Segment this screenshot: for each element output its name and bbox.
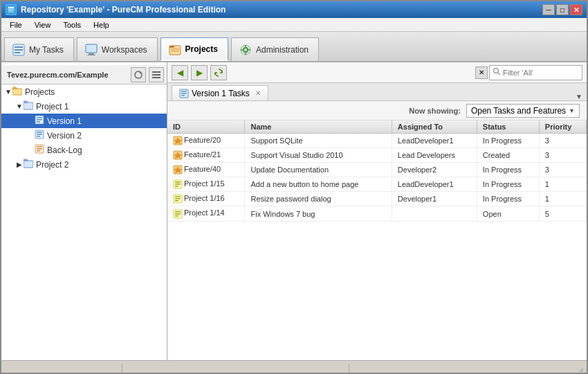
tree-node-version1[interactable]: Version 1 — [1, 114, 167, 128]
cell-id: Project 1/16 — [167, 192, 245, 206]
cell-priority: 1 — [539, 177, 586, 192]
svg-rect-38 — [37, 150, 40, 152]
node-label-version1: Version 1 — [47, 116, 82, 126]
svg-line-41 — [498, 73, 500, 75]
col-assigned[interactable]: Assigned To — [392, 121, 477, 134]
table-row[interactable]: Project 1/15Add a new button to home pag… — [167, 177, 587, 192]
cell-id: Feature/20 — [167, 134, 245, 148]
nav-forward-btn[interactable]: ▶ — [191, 65, 208, 80]
content-tab-label: Version 1 Tasks — [192, 89, 250, 98]
cell-priority: 5 — [539, 206, 586, 221]
svg-rect-33 — [37, 134, 42, 135]
sidebar-repo-label: Tevez.purecm.com/Example — [4, 71, 111, 79]
projects-tab-label: Projects — [185, 44, 218, 54]
svg-rect-32 — [37, 132, 42, 133]
data-table: ID Name Assigned To Status Priority Feat… — [167, 121, 587, 222]
tab-dropdown-arrow[interactable]: ▼ — [576, 93, 582, 100]
menu-item-tools[interactable]: Tools — [57, 20, 86, 30]
menubar: FileViewToolsHelp — [1, 18, 587, 32]
svg-rect-25 — [12, 89, 22, 95]
cell-status: Created — [477, 148, 539, 163]
content-tab-version1[interactable]: Version 1 Tasks ✕ — [172, 85, 268, 100]
toolbar-tab-workspaces[interactable]: Workspaces — [77, 37, 158, 61]
svg-rect-26 — [24, 103, 33, 109]
svg-rect-22 — [152, 71, 160, 73]
table-row[interactable]: Feature/40Update DocumentationDeveloper2… — [167, 163, 587, 177]
svg-rect-59 — [175, 200, 178, 202]
svg-rect-54 — [175, 184, 181, 185]
cell-id: Project 1/15 — [167, 177, 245, 192]
nowshowing-dropdown[interactable]: Open Tasks and Features ▼ — [466, 104, 580, 118]
cell-priority: 1 — [539, 192, 586, 206]
cell-assigned — [392, 206, 477, 221]
minimize-button[interactable]: ─ — [542, 4, 555, 15]
expander-project1[interactable]: ▼ — [15, 103, 24, 110]
svg-rect-57 — [175, 196, 181, 197]
menu-item-view[interactable]: View — [29, 20, 57, 30]
resize-grip-icon — [576, 364, 584, 373]
tree-node-project1[interactable]: ▼Project 1 — [1, 99, 167, 114]
toolbar: My TasksWorkspacesProjectsAdministration — [1, 32, 587, 62]
table-container: ID Name Assigned To Status Priority Feat… — [167, 121, 587, 360]
filter-clear-btn[interactable]: ✕ — [475, 66, 488, 79]
table-row[interactable]: Feature/20Support SQLiteLeadDeveloper1In… — [167, 134, 587, 148]
close-button[interactable]: ✕ — [570, 4, 582, 15]
tree-node-project2[interactable]: ▶Project 2 — [1, 157, 167, 172]
window-title: Repository 'Example' - PureCM Profession… — [21, 5, 226, 15]
tree-node-backlog[interactable]: Back-Log — [1, 143, 167, 157]
svg-rect-14 — [171, 51, 179, 52]
toolbar-tab-projects[interactable]: Projects — [160, 37, 228, 61]
content-panel: ◀ ▶ ✕ — [167, 62, 587, 360]
tree-node-version2[interactable]: Version 2 — [1, 128, 167, 143]
node-icon-project1 — [24, 100, 33, 112]
table-row[interactable]: Project 1/16Resize password dialogDevelo… — [167, 192, 587, 206]
cell-id: Feature/40 — [167, 163, 245, 177]
cell-name: Add a new button to home page — [245, 177, 392, 192]
cell-name: Fix Windows 7 bug — [245, 206, 392, 221]
svg-rect-29 — [37, 119, 42, 121]
menu-item-help[interactable]: Help — [88, 20, 115, 30]
svg-line-65 — [582, 371, 583, 372]
nowshowing-bar: Now showing: Open Tasks and Features ▼ — [167, 101, 587, 121]
app-icon — [6, 4, 17, 15]
filter-input[interactable] — [503, 69, 579, 77]
col-status[interactable]: Status — [477, 121, 539, 134]
node-icon-version2 — [35, 130, 44, 141]
cell-status: In Progress — [477, 134, 539, 148]
nav-back-btn[interactable]: ◀ — [172, 65, 188, 80]
nav-refresh-btn[interactable] — [210, 65, 227, 80]
search-icon — [493, 67, 501, 78]
sidebar-view-btn[interactable] — [149, 67, 164, 82]
svg-rect-6 — [15, 49, 23, 51]
col-name[interactable]: Name — [245, 121, 392, 134]
table-row[interactable]: Project 1/14Fix Windows 7 bugOpen5 — [167, 206, 587, 221]
toolbar-tab-my-tasks[interactable]: My Tasks — [4, 37, 74, 61]
sidebar-refresh-btn[interactable] — [131, 67, 146, 82]
node-icon-projects-root — [12, 86, 22, 98]
table-row[interactable]: Feature/21Support Visual Studio 2010Lead… — [167, 148, 587, 163]
tree-node-projects-root[interactable]: ▼Projects — [1, 84, 167, 99]
svg-rect-7 — [15, 52, 20, 53]
svg-rect-10 — [87, 55, 95, 55]
col-id[interactable]: ID — [167, 121, 245, 134]
svg-rect-28 — [37, 117, 42, 118]
cell-name: Support SQLite — [245, 134, 392, 148]
svg-rect-8 — [86, 44, 97, 53]
expander-projects-root[interactable]: ▼ — [4, 88, 12, 96]
maximize-button[interactable]: □ — [556, 4, 569, 15]
tab-close-icon[interactable]: ✕ — [255, 89, 261, 97]
menu-item-file[interactable]: File — [4, 20, 28, 30]
content-toolbar: ◀ ▶ ✕ — [167, 62, 587, 83]
cell-id: Project 1/14 — [167, 206, 245, 221]
node-label-backlog: Back-Log — [47, 145, 82, 155]
cell-assigned: Developer2 — [392, 163, 477, 177]
svg-rect-61 — [175, 211, 181, 213]
toolbar-tab-administration[interactable]: Administration — [231, 37, 319, 61]
svg-rect-3 — [8, 10, 12, 11]
svg-rect-58 — [175, 198, 181, 199]
svg-rect-2 — [8, 9, 14, 10]
cell-name: Resize password dialog — [245, 192, 392, 206]
expander-project2[interactable]: ▶ — [15, 161, 24, 168]
col-priority[interactable]: Priority — [539, 121, 586, 134]
svg-rect-63 — [175, 215, 178, 217]
